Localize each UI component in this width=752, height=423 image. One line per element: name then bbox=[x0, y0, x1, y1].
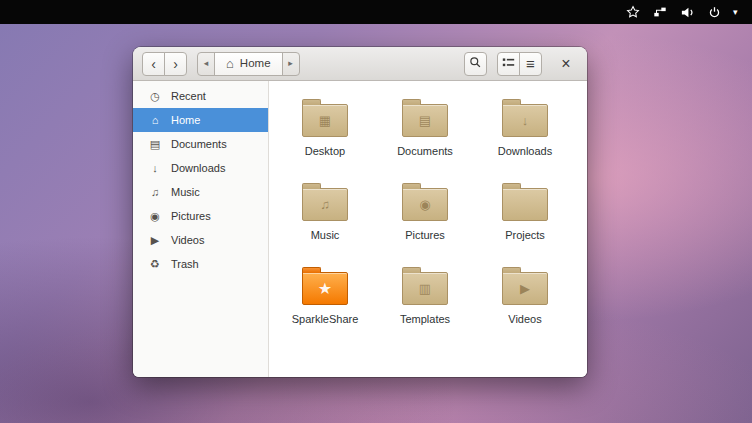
sidebar-item-trash[interactable]: ♻ Trash bbox=[133, 252, 268, 276]
download-emblem-icon: ↓ bbox=[503, 105, 547, 136]
video-emblem-icon: ▶ bbox=[503, 273, 547, 304]
menu-button[interactable]: ≡ bbox=[519, 52, 542, 76]
places-sidebar: ◷ Recent ⌂ Home ▤ Documents ↓ Downloads … bbox=[133, 81, 269, 377]
desktop: ▾ ‹ › ◂ ⌂ Home ▸ bbox=[0, 0, 752, 423]
power-icon[interactable] bbox=[706, 4, 722, 20]
path-location-label: Home bbox=[240, 58, 271, 70]
folder-icon: ↓ bbox=[502, 104, 548, 137]
file-item-projects[interactable]: Projects bbox=[475, 179, 575, 263]
no-emblem bbox=[503, 189, 547, 220]
document-icon: ▤ bbox=[148, 138, 162, 151]
list-view-icon bbox=[502, 56, 515, 71]
file-label: Templates bbox=[400, 313, 450, 325]
folder-icon: ◉ bbox=[402, 188, 448, 221]
trash-icon: ♻ bbox=[148, 258, 162, 271]
view-menu-group: ≡ bbox=[497, 52, 542, 76]
star-icon[interactable] bbox=[625, 4, 641, 20]
back-button[interactable]: ‹ bbox=[142, 52, 165, 76]
close-button[interactable]: × bbox=[554, 52, 578, 76]
star-emblem-icon: ★ bbox=[303, 273, 347, 304]
sidebar-item-label: Videos bbox=[171, 234, 204, 246]
file-item-videos[interactable]: ▶ Videos bbox=[475, 263, 575, 347]
search-button[interactable] bbox=[464, 52, 487, 76]
file-label: Videos bbox=[508, 313, 541, 325]
folder-icon bbox=[502, 188, 548, 221]
camera-icon: ◉ bbox=[148, 210, 162, 223]
header-bar: ‹ › ◂ ⌂ Home ▸ bbox=[133, 47, 587, 81]
sidebar-item-home[interactable]: ⌂ Home bbox=[133, 108, 268, 132]
sidebar-item-music[interactable]: ♫ Music bbox=[133, 180, 268, 204]
music-emblem-icon: ♫ bbox=[303, 189, 347, 220]
file-label: Downloads bbox=[498, 145, 552, 157]
file-label: Projects bbox=[505, 229, 545, 241]
file-item-pictures[interactable]: ◉ Pictures bbox=[375, 179, 475, 263]
search-icon bbox=[469, 56, 482, 71]
sidebar-item-recent[interactable]: ◷ Recent bbox=[133, 84, 268, 108]
file-item-documents[interactable]: ▤ Documents bbox=[375, 95, 475, 179]
view-toggle-button[interactable] bbox=[497, 52, 520, 76]
nav-button-group: ‹ › bbox=[142, 52, 187, 76]
sidebar-item-label: Documents bbox=[171, 138, 227, 150]
file-label: Desktop bbox=[305, 145, 345, 157]
sidebar-item-label: Trash bbox=[171, 258, 199, 270]
folder-icon: ▶ bbox=[502, 272, 548, 305]
document-emblem-icon: ▤ bbox=[403, 105, 447, 136]
forward-button[interactable]: › bbox=[164, 52, 187, 76]
clock-icon: ◷ bbox=[148, 90, 162, 103]
window-body: ◷ Recent ⌂ Home ▤ Documents ↓ Downloads … bbox=[133, 81, 587, 377]
music-icon: ♫ bbox=[148, 186, 162, 198]
chevron-down-icon[interactable]: ▾ bbox=[733, 8, 743, 17]
sidebar-item-videos[interactable]: ▶ Videos bbox=[133, 228, 268, 252]
sidebar-item-downloads[interactable]: ↓ Downloads bbox=[133, 156, 268, 180]
file-label: Pictures bbox=[405, 229, 445, 241]
sidebar-item-documents[interactable]: ▤ Documents bbox=[133, 132, 268, 156]
sidebar-item-label: Downloads bbox=[171, 162, 225, 174]
sidebar-item-label: Music bbox=[171, 186, 200, 198]
folder-icon-orange: ★ bbox=[302, 272, 348, 305]
home-icon: ⌂ bbox=[148, 114, 162, 126]
file-item-templates[interactable]: ▥ Templates bbox=[375, 263, 475, 347]
home-icon: ⌂ bbox=[226, 57, 234, 70]
path-home-button[interactable]: ⌂ Home bbox=[214, 52, 283, 76]
network-icon[interactable] bbox=[652, 4, 668, 20]
path-next-button[interactable]: ▸ bbox=[282, 52, 300, 76]
desktop-emblem-icon: ▦ bbox=[303, 105, 347, 136]
video-icon: ▶ bbox=[148, 234, 162, 247]
folder-icon: ▦ bbox=[302, 104, 348, 137]
template-emblem-icon: ▥ bbox=[403, 273, 447, 304]
gnome-top-bar: ▾ bbox=[0, 0, 752, 24]
file-manager-window: ‹ › ◂ ⌂ Home ▸ bbox=[133, 47, 587, 377]
file-grid: ▦ Desktop ▤ Documents ↓ Downloads bbox=[269, 81, 587, 377]
sidebar-item-pictures[interactable]: ◉ Pictures bbox=[133, 204, 268, 228]
path-bar: ◂ ⌂ Home ▸ bbox=[197, 52, 300, 76]
folder-icon: ▤ bbox=[402, 104, 448, 137]
volume-icon[interactable] bbox=[679, 4, 695, 20]
file-label: Music bbox=[311, 229, 340, 241]
download-icon: ↓ bbox=[148, 162, 162, 174]
file-item-sparkleshare[interactable]: ★ SparkleShare bbox=[275, 263, 375, 347]
file-label: Documents bbox=[397, 145, 453, 157]
file-item-music[interactable]: ♫ Music bbox=[275, 179, 375, 263]
folder-icon: ▥ bbox=[402, 272, 448, 305]
file-label: SparkleShare bbox=[292, 313, 359, 325]
folder-icon: ♫ bbox=[302, 188, 348, 221]
sidebar-item-label: Home bbox=[171, 114, 200, 126]
path-prev-button[interactable]: ◂ bbox=[197, 52, 215, 76]
sidebar-item-label: Pictures bbox=[171, 210, 211, 222]
camera-emblem-icon: ◉ bbox=[403, 189, 447, 220]
sidebar-item-label: Recent bbox=[171, 90, 206, 102]
file-item-downloads[interactable]: ↓ Downloads bbox=[475, 95, 575, 179]
file-item-desktop[interactable]: ▦ Desktop bbox=[275, 95, 375, 179]
